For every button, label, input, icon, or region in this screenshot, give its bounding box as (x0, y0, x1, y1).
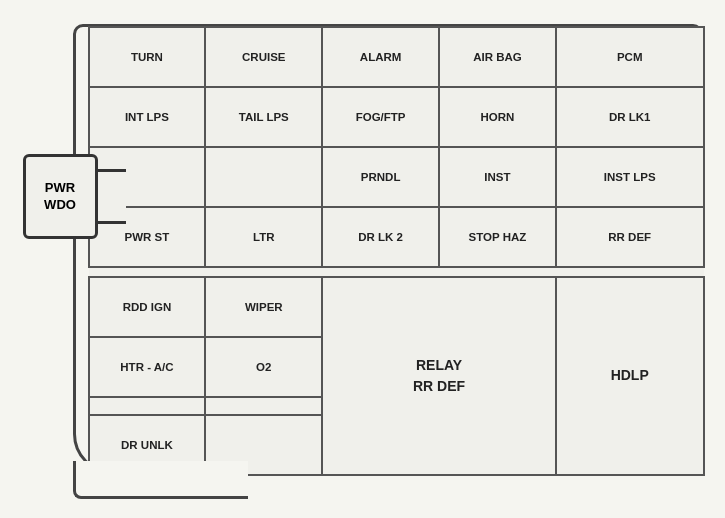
fuse-cell-inst: INST (439, 147, 556, 207)
fuse-cell-taillps: TAIL LPS (205, 87, 322, 147)
fuse-box-diagram: PWRWDO TURN CRUISE ALARM AIR BAG PCM INT… (13, 14, 713, 504)
fuse-row-spacer (89, 267, 704, 277)
fuse-cell-wiper: WIPER (205, 277, 322, 337)
fuse-table-container: TURN CRUISE ALARM AIR BAG PCM INT LPS TA… (88, 26, 705, 476)
fuse-row-4: PWR ST LTR DR LK 2 STOP HAZ RR DEF (89, 207, 704, 267)
fuse-cell-drlk2: DR LK 2 (322, 207, 439, 267)
fuse-row-1: TURN CRUISE ALARM AIR BAG PCM (89, 27, 704, 87)
fuse-cell-empty-4 (205, 397, 322, 415)
fuse-cell-ltr: LTR (205, 207, 322, 267)
fuse-cell-pcm: PCM (556, 27, 704, 87)
connector-pipe (96, 169, 126, 224)
fuse-cell-horn: HORN (439, 87, 556, 147)
fuse-cell-rddign: RDD IGN (89, 277, 206, 337)
fuse-cell-relay-rrdef: RELAYRR DEF (322, 277, 556, 475)
fuse-row-3: PRNDL INST INST LPS (89, 147, 704, 207)
bottom-cutout (73, 461, 248, 499)
fuse-cell-empty-2 (205, 147, 322, 207)
fuse-cell-alarm: ALARM (322, 27, 439, 87)
fuse-cell-cruise: CRUISE (205, 27, 322, 87)
pwr-wdo-cell: PWRWDO (23, 154, 98, 239)
fuse-cell-airbag: AIR BAG (439, 27, 556, 87)
fuse-grid: TURN CRUISE ALARM AIR BAG PCM INT LPS TA… (88, 26, 705, 476)
fuse-row-5: RDD IGN WIPER RELAYRR DEF HDLP (89, 277, 704, 337)
fuse-cell-empty-3 (89, 397, 206, 415)
fuse-cell-hdlp: HDLP (556, 277, 704, 475)
fuse-cell-drlk1: DR LK1 (556, 87, 704, 147)
pwr-wdo-label: PWRWDO (44, 180, 76, 214)
fuse-cell-o2: O2 (205, 337, 322, 397)
fuse-cell-stophaz: STOP HAZ (439, 207, 556, 267)
fuse-cell-fogftp: FOG/FTP (322, 87, 439, 147)
fuse-cell-rrdef-top: RR DEF (556, 207, 704, 267)
fuse-cell-htrac: HTR - A/C (89, 337, 206, 397)
fuse-row-2: INT LPS TAIL LPS FOG/FTP HORN DR LK1 (89, 87, 704, 147)
fuse-cell-instlps: INST LPS (556, 147, 704, 207)
fuse-cell-intlps: INT LPS (89, 87, 206, 147)
fuse-cell-prndl: PRNDL (322, 147, 439, 207)
fuse-cell-turn: TURN (89, 27, 206, 87)
